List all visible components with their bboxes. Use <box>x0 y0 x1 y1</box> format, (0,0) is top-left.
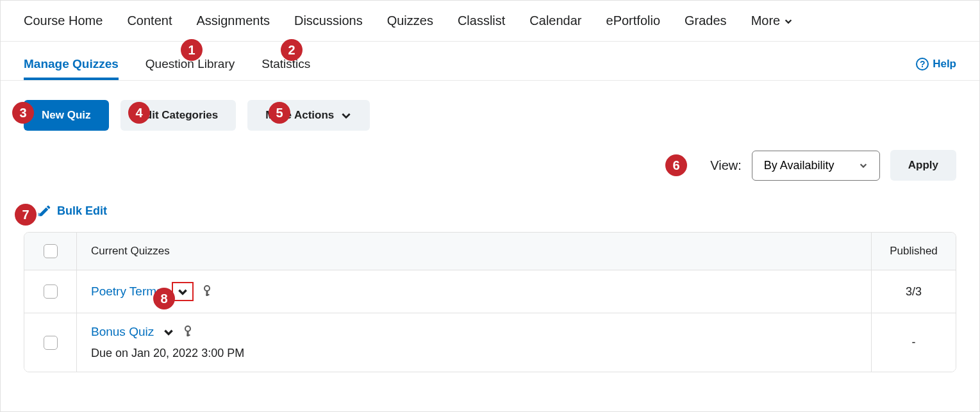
more-actions-button[interactable]: More Actions <box>247 100 370 131</box>
bulk-edit-link[interactable]: Bulk Edit <box>1 181 979 227</box>
nav-more[interactable]: More <box>751 13 793 28</box>
annotation-badge-6: 6 <box>665 154 687 176</box>
row-actions-chevron-icon[interactable] <box>163 326 174 338</box>
quiz-title-link[interactable]: Bonus Quiz <box>91 325 154 339</box>
top-nav: Course Home Content Assignments Discussi… <box>1 1 979 42</box>
row-main-cell: Bonus Quiz Due on Jan 20, 2022 3:00 PM <box>77 313 871 372</box>
row-main-cell: Poetry Terms <box>77 270 871 313</box>
row-checkbox[interactable] <box>44 284 58 299</box>
row-actions-chevron-icon[interactable] <box>177 286 188 297</box>
nav-classlist[interactable]: Classlist <box>458 13 505 28</box>
svg-rect-5 <box>187 334 190 336</box>
chevron-down-icon <box>859 161 868 170</box>
view-label: View: <box>710 158 742 173</box>
row-published-cell: - <box>871 313 956 372</box>
nav-assignments[interactable]: Assignments <box>196 13 270 28</box>
apply-button[interactable]: Apply <box>890 150 956 181</box>
annotation-badge-4: 4 <box>128 102 150 124</box>
pencil-icon <box>38 204 52 218</box>
header-published-label: Published <box>890 245 938 258</box>
due-label: Due on Jan 20, 2022 3:00 PM <box>91 347 857 360</box>
row-content: Poetry Terms <box>91 282 857 301</box>
row-content: Bonus Quiz <box>91 325 857 339</box>
nav-quizzes[interactable]: Quizzes <box>387 13 433 28</box>
row-checkbox[interactable] <box>44 336 58 350</box>
select-all-checkbox[interactable] <box>44 244 58 258</box>
nav-calendar[interactable]: Calendar <box>529 13 581 28</box>
chevron-down-icon <box>340 110 352 121</box>
row-published-cell: 3/3 <box>871 270 956 313</box>
nav-course-home[interactable]: Course Home <box>24 13 103 28</box>
bulk-edit-label: Bulk Edit <box>57 204 107 218</box>
help-link[interactable]: ? Help <box>916 58 956 70</box>
header-published-cell: Published <box>871 233 956 270</box>
nav-more-label: More <box>751 13 781 28</box>
view-filter-row: View: By Availability Apply <box>1 131 979 181</box>
special-access-icon <box>203 285 212 298</box>
view-select-value: By Availability <box>764 159 835 172</box>
row-checkbox-cell <box>24 270 77 313</box>
table-row: Bonus Quiz Due on Jan 20, 2022 3:00 PM - <box>24 313 956 372</box>
quiz-title-link[interactable]: Poetry Terms <box>91 284 163 299</box>
new-quiz-button[interactable]: New Quiz <box>24 100 109 131</box>
nav-content[interactable]: Content <box>127 13 172 28</box>
annotation-badge-3: 3 <box>12 102 34 124</box>
published-value: 3/3 <box>906 285 922 299</box>
view-select[interactable]: By Availability <box>752 151 880 181</box>
header-main-label: Current Quizzes <box>91 245 170 257</box>
annotation-badge-7: 7 <box>15 204 37 226</box>
annotation-badge-5: 5 <box>269 102 290 124</box>
row-checkbox-cell <box>24 313 77 372</box>
chevron-down-icon <box>784 17 793 26</box>
table-header-row: Current Quizzes Published <box>24 233 956 270</box>
published-value: - <box>912 336 916 349</box>
annotation-badge-2: 2 <box>281 39 303 61</box>
header-main-cell: Current Quizzes <box>77 233 871 269</box>
annotation-badge-8: 8 <box>153 288 175 309</box>
tab-manage-quizzes[interactable]: Manage Quizzes <box>24 48 119 80</box>
nav-grades[interactable]: Grades <box>685 13 727 28</box>
sub-nav: Manage Quizzes Question Library Statisti… <box>1 48 979 81</box>
nav-discussions[interactable]: Discussions <box>294 13 363 28</box>
help-label: Help <box>933 58 956 70</box>
annotation-badge-1: 1 <box>181 39 203 61</box>
special-access-icon <box>183 325 192 338</box>
svg-point-0 <box>204 286 210 291</box>
svg-rect-2 <box>206 294 209 295</box>
nav-eportfolio[interactable]: ePortfolio <box>606 13 661 28</box>
header-checkbox-cell <box>24 233 77 270</box>
help-icon: ? <box>916 58 929 70</box>
svg-point-3 <box>185 326 190 331</box>
